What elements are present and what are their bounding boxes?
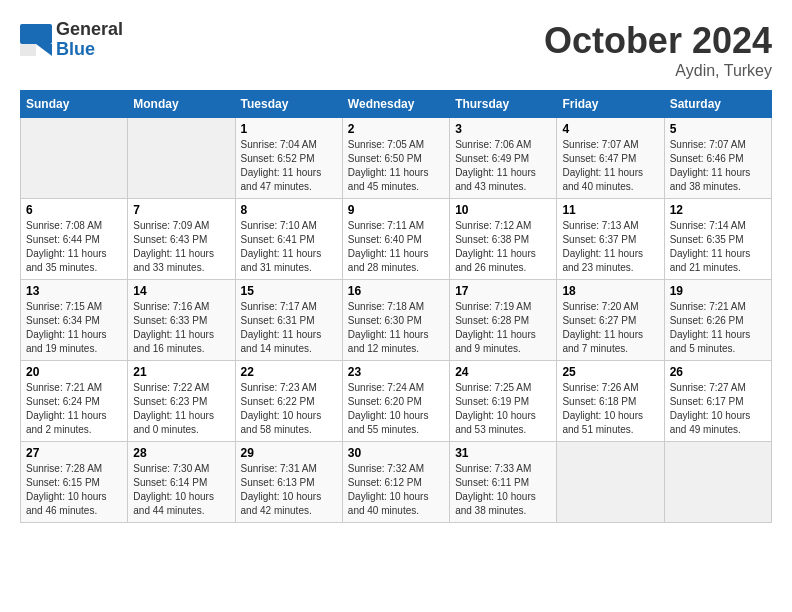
calendar-cell: 29Sunrise: 7:31 AMSunset: 6:13 PMDayligh… — [235, 442, 342, 523]
day-detail: Sunrise: 7:26 AMSunset: 6:18 PMDaylight:… — [562, 381, 658, 437]
day-detail: Sunrise: 7:07 AMSunset: 6:47 PMDaylight:… — [562, 138, 658, 194]
calendar-cell: 28Sunrise: 7:30 AMSunset: 6:14 PMDayligh… — [128, 442, 235, 523]
day-detail: Sunrise: 7:08 AMSunset: 6:44 PMDaylight:… — [26, 219, 122, 275]
header-day: Monday — [128, 91, 235, 118]
logo-icon — [20, 24, 52, 56]
day-number: 29 — [241, 446, 337, 460]
calendar-cell: 26Sunrise: 7:27 AMSunset: 6:17 PMDayligh… — [664, 361, 771, 442]
day-number: 15 — [241, 284, 337, 298]
calendar-cell: 22Sunrise: 7:23 AMSunset: 6:22 PMDayligh… — [235, 361, 342, 442]
day-number: 25 — [562, 365, 658, 379]
calendar-cell: 11Sunrise: 7:13 AMSunset: 6:37 PMDayligh… — [557, 199, 664, 280]
day-detail: Sunrise: 7:32 AMSunset: 6:12 PMDaylight:… — [348, 462, 444, 518]
day-number: 30 — [348, 446, 444, 460]
calendar-cell: 7Sunrise: 7:09 AMSunset: 6:43 PMDaylight… — [128, 199, 235, 280]
day-number: 18 — [562, 284, 658, 298]
day-number: 23 — [348, 365, 444, 379]
day-detail: Sunrise: 7:06 AMSunset: 6:49 PMDaylight:… — [455, 138, 551, 194]
calendar-header: SundayMondayTuesdayWednesdayThursdayFrid… — [21, 91, 772, 118]
logo-blue: Blue — [56, 40, 123, 60]
day-detail: Sunrise: 7:17 AMSunset: 6:31 PMDaylight:… — [241, 300, 337, 356]
month-title: October 2024 — [544, 20, 772, 62]
day-detail: Sunrise: 7:31 AMSunset: 6:13 PMDaylight:… — [241, 462, 337, 518]
day-detail: Sunrise: 7:33 AMSunset: 6:11 PMDaylight:… — [455, 462, 551, 518]
calendar-week-row: 6Sunrise: 7:08 AMSunset: 6:44 PMDaylight… — [21, 199, 772, 280]
logo: General Blue — [20, 20, 123, 60]
day-number: 17 — [455, 284, 551, 298]
calendar-cell: 15Sunrise: 7:17 AMSunset: 6:31 PMDayligh… — [235, 280, 342, 361]
day-detail: Sunrise: 7:23 AMSunset: 6:22 PMDaylight:… — [241, 381, 337, 437]
day-number: 28 — [133, 446, 229, 460]
calendar-cell: 27Sunrise: 7:28 AMSunset: 6:15 PMDayligh… — [21, 442, 128, 523]
calendar-cell: 6Sunrise: 7:08 AMSunset: 6:44 PMDaylight… — [21, 199, 128, 280]
calendar-cell: 20Sunrise: 7:21 AMSunset: 6:24 PMDayligh… — [21, 361, 128, 442]
calendar-cell — [128, 118, 235, 199]
day-detail: Sunrise: 7:21 AMSunset: 6:24 PMDaylight:… — [26, 381, 122, 437]
day-number: 8 — [241, 203, 337, 217]
calendar-cell: 17Sunrise: 7:19 AMSunset: 6:28 PMDayligh… — [450, 280, 557, 361]
day-detail: Sunrise: 7:25 AMSunset: 6:19 PMDaylight:… — [455, 381, 551, 437]
header-day: Sunday — [21, 91, 128, 118]
day-number: 6 — [26, 203, 122, 217]
calendar-cell: 12Sunrise: 7:14 AMSunset: 6:35 PMDayligh… — [664, 199, 771, 280]
day-detail: Sunrise: 7:28 AMSunset: 6:15 PMDaylight:… — [26, 462, 122, 518]
page-header: General Blue October 2024 Aydin, Turkey — [20, 20, 772, 80]
day-detail: Sunrise: 7:05 AMSunset: 6:50 PMDaylight:… — [348, 138, 444, 194]
location-subtitle: Aydin, Turkey — [544, 62, 772, 80]
day-number: 22 — [241, 365, 337, 379]
calendar-week-row: 13Sunrise: 7:15 AMSunset: 6:34 PMDayligh… — [21, 280, 772, 361]
calendar-cell: 16Sunrise: 7:18 AMSunset: 6:30 PMDayligh… — [342, 280, 449, 361]
day-number: 16 — [348, 284, 444, 298]
calendar-cell — [557, 442, 664, 523]
day-detail: Sunrise: 7:19 AMSunset: 6:28 PMDaylight:… — [455, 300, 551, 356]
day-detail: Sunrise: 7:18 AMSunset: 6:30 PMDaylight:… — [348, 300, 444, 356]
day-number: 19 — [670, 284, 766, 298]
day-detail: Sunrise: 7:30 AMSunset: 6:14 PMDaylight:… — [133, 462, 229, 518]
calendar-cell: 21Sunrise: 7:22 AMSunset: 6:23 PMDayligh… — [128, 361, 235, 442]
calendar-cell — [21, 118, 128, 199]
calendar-cell: 30Sunrise: 7:32 AMSunset: 6:12 PMDayligh… — [342, 442, 449, 523]
calendar-week-row: 20Sunrise: 7:21 AMSunset: 6:24 PMDayligh… — [21, 361, 772, 442]
day-number: 5 — [670, 122, 766, 136]
calendar-body: 1Sunrise: 7:04 AMSunset: 6:52 PMDaylight… — [21, 118, 772, 523]
header-row: SundayMondayTuesdayWednesdayThursdayFrid… — [21, 91, 772, 118]
day-detail: Sunrise: 7:10 AMSunset: 6:41 PMDaylight:… — [241, 219, 337, 275]
day-detail: Sunrise: 7:21 AMSunset: 6:26 PMDaylight:… — [670, 300, 766, 356]
svg-rect-0 — [20, 24, 52, 44]
day-detail: Sunrise: 7:13 AMSunset: 6:37 PMDaylight:… — [562, 219, 658, 275]
day-detail: Sunrise: 7:04 AMSunset: 6:52 PMDaylight:… — [241, 138, 337, 194]
day-number: 10 — [455, 203, 551, 217]
calendar-cell: 24Sunrise: 7:25 AMSunset: 6:19 PMDayligh… — [450, 361, 557, 442]
calendar-cell: 23Sunrise: 7:24 AMSunset: 6:20 PMDayligh… — [342, 361, 449, 442]
day-detail: Sunrise: 7:09 AMSunset: 6:43 PMDaylight:… — [133, 219, 229, 275]
day-number: 4 — [562, 122, 658, 136]
calendar-cell: 8Sunrise: 7:10 AMSunset: 6:41 PMDaylight… — [235, 199, 342, 280]
calendar-cell: 3Sunrise: 7:06 AMSunset: 6:49 PMDaylight… — [450, 118, 557, 199]
svg-rect-2 — [20, 44, 36, 56]
calendar-cell: 2Sunrise: 7:05 AMSunset: 6:50 PMDaylight… — [342, 118, 449, 199]
day-number: 24 — [455, 365, 551, 379]
calendar-cell: 31Sunrise: 7:33 AMSunset: 6:11 PMDayligh… — [450, 442, 557, 523]
day-detail: Sunrise: 7:22 AMSunset: 6:23 PMDaylight:… — [133, 381, 229, 437]
day-number: 21 — [133, 365, 229, 379]
header-day: Tuesday — [235, 91, 342, 118]
calendar-cell: 1Sunrise: 7:04 AMSunset: 6:52 PMDaylight… — [235, 118, 342, 199]
day-number: 3 — [455, 122, 551, 136]
day-number: 31 — [455, 446, 551, 460]
calendar-cell: 5Sunrise: 7:07 AMSunset: 6:46 PMDaylight… — [664, 118, 771, 199]
svg-marker-1 — [36, 44, 52, 56]
day-number: 12 — [670, 203, 766, 217]
day-number: 9 — [348, 203, 444, 217]
day-detail: Sunrise: 7:15 AMSunset: 6:34 PMDaylight:… — [26, 300, 122, 356]
day-number: 14 — [133, 284, 229, 298]
calendar-cell: 14Sunrise: 7:16 AMSunset: 6:33 PMDayligh… — [128, 280, 235, 361]
day-detail: Sunrise: 7:16 AMSunset: 6:33 PMDaylight:… — [133, 300, 229, 356]
calendar-cell: 19Sunrise: 7:21 AMSunset: 6:26 PMDayligh… — [664, 280, 771, 361]
day-detail: Sunrise: 7:12 AMSunset: 6:38 PMDaylight:… — [455, 219, 551, 275]
day-number: 13 — [26, 284, 122, 298]
day-detail: Sunrise: 7:14 AMSunset: 6:35 PMDaylight:… — [670, 219, 766, 275]
logo-text: General Blue — [56, 20, 123, 60]
calendar-cell: 10Sunrise: 7:12 AMSunset: 6:38 PMDayligh… — [450, 199, 557, 280]
day-number: 27 — [26, 446, 122, 460]
calendar-cell: 4Sunrise: 7:07 AMSunset: 6:47 PMDaylight… — [557, 118, 664, 199]
